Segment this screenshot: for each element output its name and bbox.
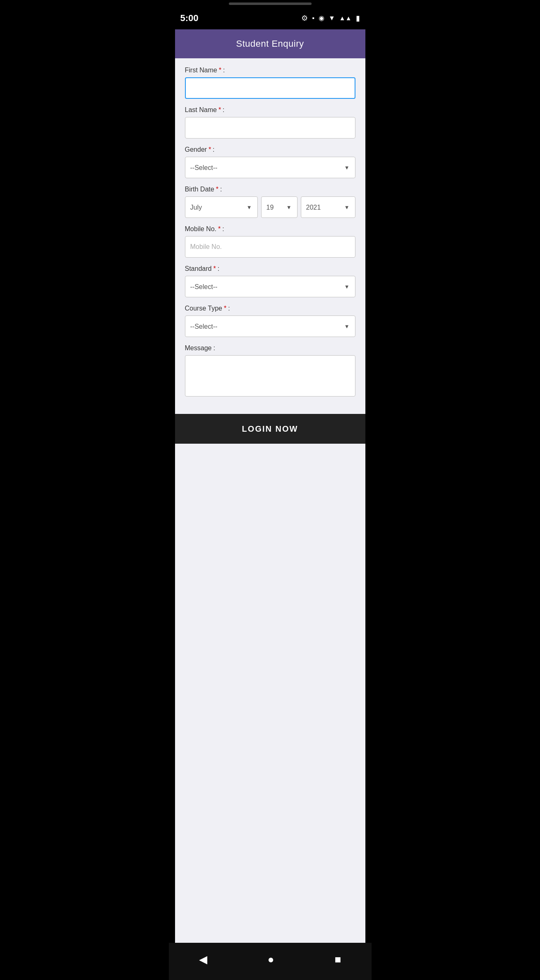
course-type-required: *: [224, 305, 226, 312]
first-name-label: First Name * :: [185, 67, 355, 74]
form-body: First Name * : Last Name * : Gender: [175, 58, 365, 414]
mobile-no-label: Mobile No. * :: [185, 225, 355, 233]
circle-icon: ◉: [319, 14, 324, 22]
form-header: Student Enquiry: [175, 29, 365, 58]
login-button-label: LOGIN NOW: [242, 424, 298, 434]
standard-select-wrapper: --Select-- 1 2 3 10 11 12: [185, 276, 355, 297]
gender-label: Gender * :: [185, 146, 355, 153]
first-name-input[interactable]: [185, 77, 355, 99]
birth-day-wrapper: 19: [261, 196, 298, 218]
back-button[interactable]: ◀: [199, 953, 207, 966]
mobile-no-input[interactable]: [185, 236, 355, 258]
birth-year-wrapper: 2021 2020 2019: [301, 196, 355, 218]
message-group: Message :: [185, 344, 355, 398]
birth-year-select[interactable]: 2021 2020 2019: [301, 196, 355, 218]
course-type-select[interactable]: --Select-- Science Commerce Arts: [185, 316, 355, 337]
form-title: Student Enquiry: [236, 38, 304, 49]
birth-month-wrapper: January February March April May June Ju…: [185, 196, 258, 218]
last-name-required: *: [218, 106, 221, 114]
birth-date-label: Birth Date * :: [185, 186, 355, 193]
nav-bar: ◀ ● ■: [169, 943, 372, 980]
birth-date-row: January February March April May June Ju…: [185, 196, 355, 218]
birth-day-select[interactable]: 19: [261, 196, 298, 218]
signal-icon: ▲▲: [339, 14, 352, 22]
last-name-label: Last Name * :: [185, 106, 355, 114]
login-button[interactable]: LOGIN NOW: [175, 414, 365, 444]
gender-select-wrapper: --Select-- Male Female Other: [185, 157, 355, 178]
last-name-input[interactable]: [185, 117, 355, 139]
status-bar: 5:00 ⚙ ▪ ◉ ▼ ▲▲ ▮: [169, 7, 372, 29]
course-type-label: Course Type * :: [185, 305, 355, 312]
last-name-group: Last Name * :: [185, 106, 355, 139]
mobile-no-required: *: [218, 225, 221, 233]
phone-frame: 5:00 ⚙ ▪ ◉ ▼ ▲▲ ▮ Student Enquiry First …: [169, 0, 372, 980]
mobile-no-group: Mobile No. * :: [185, 225, 355, 258]
gender-required: *: [209, 146, 211, 153]
screen-content: Student Enquiry First Name * : Last Name…: [175, 29, 365, 943]
first-name-group: First Name * :: [185, 67, 355, 99]
status-time: 5:00: [180, 13, 199, 24]
birth-month-select[interactable]: January February March April May June Ju…: [185, 196, 258, 218]
first-name-required: *: [219, 67, 221, 74]
wifi-icon: ▼: [329, 14, 335, 22]
recent-button[interactable]: ■: [335, 953, 341, 966]
notch: [229, 2, 312, 5]
course-type-select-wrapper: --Select-- Science Commerce Arts: [185, 316, 355, 337]
status-icons: ⚙ ▪ ◉ ▼ ▲▲ ▮: [301, 14, 360, 23]
course-type-group: Course Type * : --Select-- Science Comme…: [185, 305, 355, 337]
gear-icon: ⚙: [301, 14, 308, 23]
battery-icon: ▮: [356, 14, 360, 23]
standard-group: Standard * : --Select-- 1 2 3 10 11 12: [185, 265, 355, 297]
sd-icon: ▪: [312, 14, 314, 22]
birth-date-required: *: [216, 186, 218, 193]
message-label: Message :: [185, 344, 355, 352]
standard-select[interactable]: --Select-- 1 2 3 10 11 12: [185, 276, 355, 297]
standard-label: Standard * :: [185, 265, 355, 272]
gender-select[interactable]: --Select-- Male Female Other: [185, 157, 355, 178]
birth-date-group: Birth Date * : January February March Ap…: [185, 186, 355, 218]
gender-group: Gender * : --Select-- Male Female Other: [185, 146, 355, 178]
standard-required: *: [213, 265, 216, 272]
message-textarea[interactable]: [185, 355, 355, 397]
home-button[interactable]: ●: [268, 953, 274, 966]
